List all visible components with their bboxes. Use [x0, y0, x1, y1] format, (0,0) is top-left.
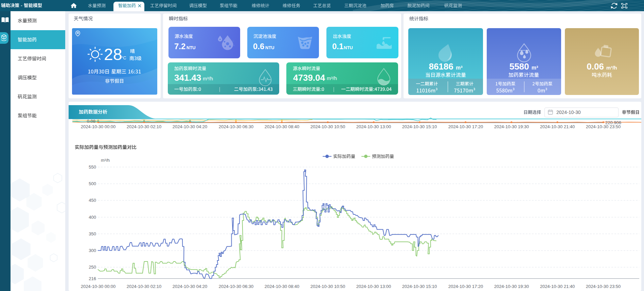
svg-text:220.906: 220.906 [605, 120, 621, 125]
svg-text:0.08: 0.08 [87, 119, 95, 124]
